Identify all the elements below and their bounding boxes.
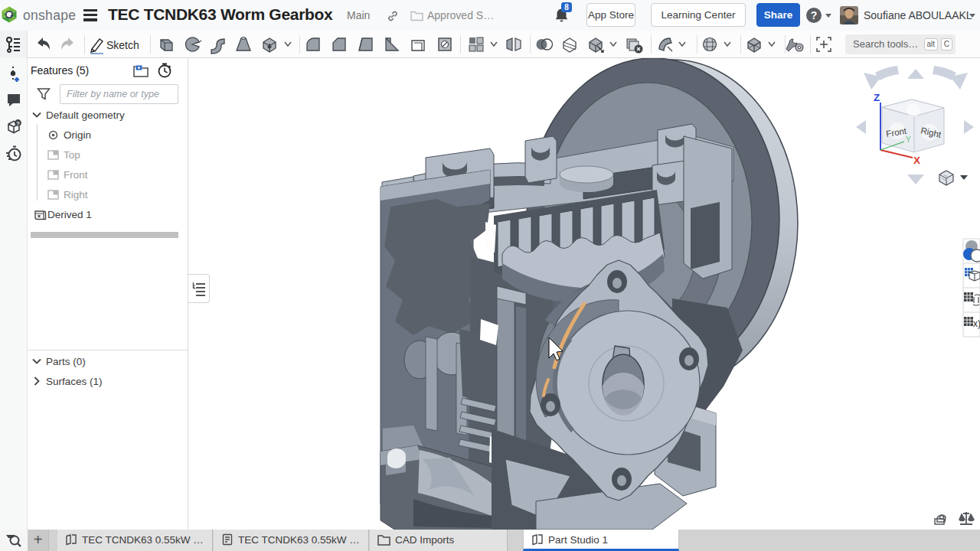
- svg-text:?: ?: [16, 120, 20, 127]
- svg-text:X: X: [913, 155, 920, 166]
- svg-text:Z: Z: [874, 92, 880, 103]
- svg-text:Y: Y: [906, 135, 911, 144]
- svg-text:x): x): [973, 318, 980, 329]
